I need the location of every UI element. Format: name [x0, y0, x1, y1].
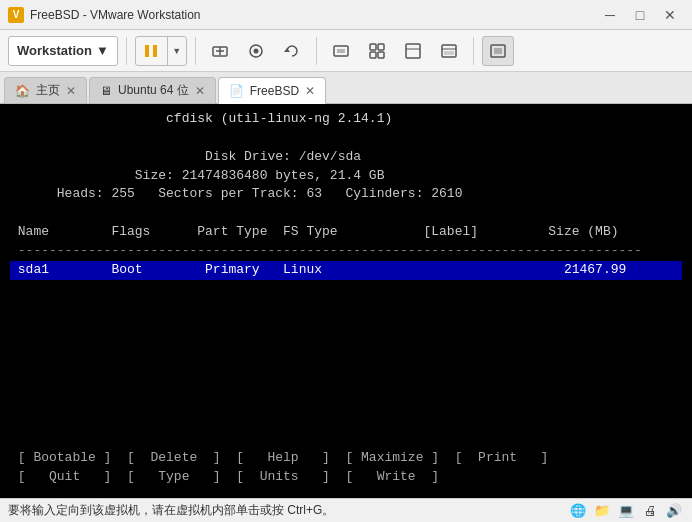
revert-button[interactable]: [276, 36, 308, 66]
terminal-line: Name Flags Part Type FS Type [Label] Siz…: [10, 223, 682, 242]
preferences-icon: [489, 42, 507, 60]
pause-icon: [142, 42, 160, 60]
toolbar-separator-4: [473, 37, 474, 65]
freebsd-tab-close[interactable]: ✕: [305, 85, 315, 97]
workstation-menu[interactable]: Workstation ▼: [8, 36, 118, 66]
svg-rect-12: [370, 52, 376, 58]
terminal-line: Heads: 255 Sectors per Track: 63 Cylinde…: [10, 185, 682, 204]
terminal-line: [10, 129, 682, 148]
terminal-line: ----------------------------------------…: [10, 242, 682, 261]
fullscreen-button[interactable]: [325, 36, 357, 66]
send-ctrl-alt-del-button[interactable]: [204, 36, 236, 66]
toolbar-separator-2: [195, 37, 196, 65]
toolbar-separator-1: [126, 37, 127, 65]
unity-icon: [368, 42, 386, 60]
terminal-line: [10, 336, 682, 355]
ubuntu-tab-icon: 🖥: [100, 84, 112, 98]
terminal-line: [10, 412, 682, 431]
status-icons: 🌐 📁 💻 🖨 🔊: [568, 501, 684, 521]
home-tab-label: 主页: [36, 82, 60, 99]
workstation-label: Workstation: [17, 43, 92, 58]
view-icon: [440, 42, 458, 60]
fullscreen-icon: [332, 42, 350, 60]
svg-rect-18: [444, 51, 454, 55]
window-title: FreeBSD - VMware Workstation: [30, 8, 596, 22]
workstation-dropdown-icon: ▼: [96, 43, 109, 58]
title-bar: V FreeBSD - VMware Workstation ─ □ ✕: [0, 0, 692, 30]
toolbar: Workstation ▼ ▼: [0, 30, 692, 72]
pause-dropdown-button[interactable]: ▼: [168, 36, 186, 66]
switch-tabs-icon: [404, 42, 422, 60]
terminal-line: [10, 374, 682, 393]
view-button[interactable]: [433, 36, 465, 66]
maximize-button[interactable]: □: [626, 4, 654, 26]
status-text: 要将输入定向到该虚拟机，请在虚拟机内部单击或按 Ctrl+G。: [8, 502, 560, 519]
svg-rect-9: [337, 49, 345, 53]
home-tab-close[interactable]: ✕: [66, 85, 76, 97]
terminal-line: [10, 487, 682, 498]
svg-rect-10: [370, 44, 376, 50]
switch-tabs-button[interactable]: [397, 36, 429, 66]
svg-rect-11: [378, 44, 384, 50]
home-tab-icon: 🏠: [15, 84, 30, 98]
tab-home[interactable]: 🏠 主页 ✕: [4, 77, 87, 103]
svg-point-6: [253, 48, 258, 53]
terminal-line: [10, 204, 682, 223]
tab-ubuntu[interactable]: 🖥 Ubuntu 64 位 ✕: [89, 77, 216, 103]
unity-button[interactable]: [361, 36, 393, 66]
status-bar: 要将输入定向到该虚拟机，请在虚拟机内部单击或按 Ctrl+G。 🌐 📁 💻 🖨 …: [0, 498, 692, 522]
tabs-bar: 🏠 主页 ✕ 🖥 Ubuntu 64 位 ✕ 📄 FreeBSD ✕: [0, 72, 692, 104]
terminal-display[interactable]: cfdisk (util-linux-ng 2.14.1) Disk Drive…: [0, 104, 692, 498]
freebsd-tab-label: FreeBSD: [250, 84, 299, 98]
network-status-icon[interactable]: 🌐: [568, 501, 588, 521]
tab-freebsd[interactable]: 📄 FreeBSD ✕: [218, 77, 326, 104]
terminal-line: [10, 317, 682, 336]
snapshot-button[interactable]: [240, 36, 272, 66]
svg-rect-1: [153, 45, 157, 57]
device-status-icon[interactable]: 💻: [616, 501, 636, 521]
pause-button[interactable]: [136, 36, 168, 66]
close-button[interactable]: ✕: [656, 4, 684, 26]
ubuntu-tab-close[interactable]: ✕: [195, 85, 205, 97]
terminal-line: Disk Drive: /dev/sda: [10, 148, 682, 167]
terminal-line: [10, 280, 682, 299]
terminal-line: [ Bootable ] [ Delete ] [ Help ] [ Maxim…: [10, 449, 682, 468]
terminal-line: [10, 393, 682, 412]
svg-rect-0: [145, 45, 149, 57]
app-icon: V: [8, 7, 24, 23]
terminal-line: Size: 21474836480 bytes, 21.4 GB: [10, 167, 682, 186]
sound-status-icon[interactable]: 🔊: [664, 501, 684, 521]
terminal-line: [10, 355, 682, 374]
ctrl-alt-del-icon: [211, 42, 229, 60]
minimize-button[interactable]: ─: [596, 4, 624, 26]
terminal-line: [10, 430, 682, 449]
svg-rect-13: [378, 52, 384, 58]
snapshot-icon: [247, 42, 265, 60]
svg-rect-14: [406, 44, 420, 58]
terminal-line: sda1 Boot Primary Linux 21467.99: [10, 261, 682, 280]
svg-rect-20: [494, 48, 502, 54]
preferences-button[interactable]: [482, 36, 514, 66]
window-controls: ─ □ ✕: [596, 4, 684, 26]
terminal-line: [10, 298, 682, 317]
freebsd-tab-icon: 📄: [229, 84, 244, 98]
playback-controls: ▼: [135, 36, 187, 66]
terminal-line: cfdisk (util-linux-ng 2.14.1): [10, 110, 682, 129]
svg-marker-7: [284, 48, 290, 52]
revert-icon: [283, 42, 301, 60]
print-status-icon[interactable]: 🖨: [640, 501, 660, 521]
toolbar-separator-3: [316, 37, 317, 65]
folder-status-icon[interactable]: 📁: [592, 501, 612, 521]
terminal-line: [ Quit ] [ Type ] [ Units ] [ Write ]: [10, 468, 682, 487]
ubuntu-tab-label: Ubuntu 64 位: [118, 82, 189, 99]
